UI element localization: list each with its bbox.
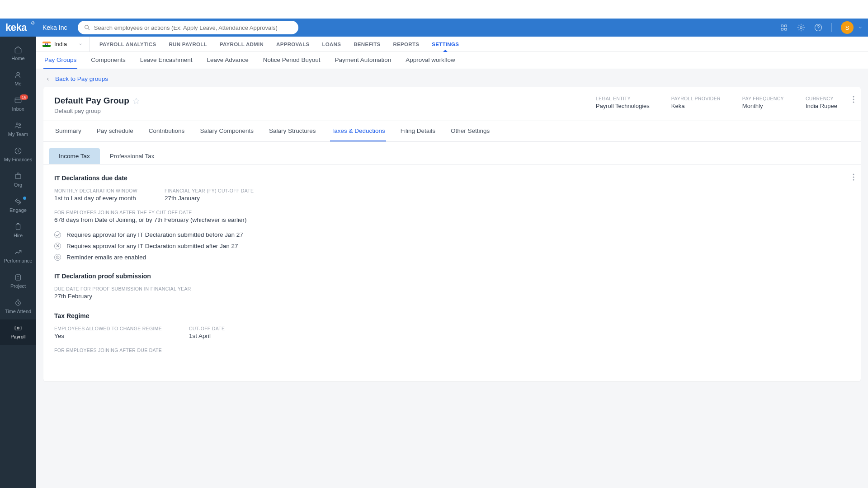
field-item: CUT-OFF DATE1st April [189,326,225,339]
svg-point-24 [853,174,854,175]
help-icon[interactable] [814,23,822,32]
svg-point-19 [17,327,19,329]
inner-tab-other-settings[interactable]: Other Settings [450,121,491,141]
regime-after-label: FOR EMPLOYEES JOINING AFTER DUE DATE [54,347,850,353]
chevron-left-icon[interactable] [45,76,51,82]
status-item: Reminder emails are enabled [54,254,850,261]
sidebar-item-payroll[interactable]: Payroll [0,319,36,345]
page-subtitle: Default pay group [54,108,140,114]
app-header: keka Keka Inc S [0,19,868,37]
inner-tab-salary-components[interactable]: Salary Components [199,121,255,141]
section-title-regime: Tax Regime [54,312,850,319]
svg-rect-3 [785,25,787,27]
svg-point-22 [853,99,854,100]
sidebar-item-inbox[interactable]: Inbox16 [0,92,36,117]
search-input[interactable] [94,24,292,31]
svg-rect-15 [16,224,20,230]
section-body: IT Declarations due date MONTHLY DECLARA… [43,164,861,381]
section-more-button[interactable] [853,174,854,183]
inner-tab-filing-details[interactable]: Filing Details [400,121,436,141]
svg-rect-2 [781,25,783,27]
svg-rect-13 [15,174,21,178]
joining-value: 678 days from Date of Joining, or by 7th… [54,216,850,223]
svg-point-23 [853,102,854,103]
svg-point-14 [17,200,19,203]
sidebar-item-time-attend[interactable]: Time Attend [0,294,36,319]
sub-tab-leave-encashment[interactable]: Leave Encashment [139,52,193,69]
top-tab-benefits[interactable]: BENEFITS [347,37,387,52]
inner-tab-salary-structures[interactable]: Salary Structures [268,121,317,141]
svg-point-10 [16,123,19,125]
svg-rect-5 [785,28,787,31]
sidebar-item-me[interactable]: Me [0,66,36,92]
status-item: Requires approval for any IT Declaration… [54,231,850,238]
chevron-down-icon [78,42,83,47]
inner-tab-pay-schedule[interactable]: Pay schedule [96,121,134,141]
clock-icon [54,254,61,261]
apps-icon[interactable] [780,23,788,32]
top-tab-settings[interactable]: SETTINGS [425,37,465,52]
sidebar-item-hire[interactable]: Hire [0,218,36,244]
inner-tab-taxes-deductions[interactable]: Taxes & Deductions [330,121,386,141]
inner-tabs: SummaryPay scheduleContributionsSalary C… [43,121,861,142]
inner-tab-contributions[interactable]: Contributions [148,121,186,141]
sub-tab-pay-groups[interactable]: Pay Groups [43,52,77,69]
chevron-down-icon[interactable] [858,25,863,30]
sub-nav: Pay GroupsComponentsLeave EncashmentLeav… [36,52,868,69]
inner-tab-summary[interactable]: Summary [54,121,82,141]
svg-point-6 [800,27,802,29]
star-icon[interactable] [133,98,140,104]
back-link[interactable]: Back to Pay groups [55,75,108,82]
sidebar-item-my-team[interactable]: My Team [0,117,36,142]
tax-tab-income-tax[interactable]: Income Tax [49,148,100,164]
sidebar-item-my-finances[interactable]: My Finances [0,142,36,168]
top-nav: India PAYROLL ANALYTICSRUN PAYROLLPAYROL… [36,37,868,52]
more-button[interactable] [853,96,854,105]
field-item: FINANCIAL YEAR (FY) CUT-OFF DATE27th Jan… [165,188,254,202]
sidebar-item-home[interactable]: Home [0,41,36,66]
field-item: EMPLOYEES ALLOWED TO CHANGE REGIMEYes [54,326,162,339]
flag-icon [42,42,51,47]
sub-tab-notice-period-buyout[interactable]: Notice Period Buyout [262,52,321,69]
svg-rect-18 [15,326,21,330]
top-tab-run-payroll[interactable]: RUN PAYROLL [162,37,213,52]
top-tab-payroll-admin[interactable]: PAYROLL ADMIN [213,37,270,52]
svg-point-26 [853,179,854,181]
sidebar-item-project[interactable]: Project [0,269,36,294]
sub-tab-approval-workflow[interactable]: Approval workflow [405,52,456,69]
top-tab-approvals[interactable]: APPROVALS [270,37,316,52]
sub-tab-components[interactable]: Components [90,52,127,69]
proof-label: DUE DATE FOR PROOF SUBMISSION IN FINANCI… [54,286,850,291]
svg-rect-16 [16,275,21,280]
sidebar-item-performance[interactable]: Performance [0,244,36,269]
sub-tab-leave-advance[interactable]: Leave Advance [206,52,249,69]
logo: keka [5,22,36,33]
top-tab-loans[interactable]: LOANS [316,37,348,52]
svg-point-8 [17,72,19,75]
sidebar-item-engage[interactable]: Engage [0,193,36,218]
section-title-proof: IT Declaration proof submission [54,272,850,280]
country-selector[interactable]: India [36,37,90,52]
svg-line-1 [88,28,90,30]
joining-label: FOR EMPLOYEES JOINING AFTER THE FY CUT-O… [54,210,850,215]
check-icon [54,231,61,238]
svg-marker-20 [133,98,139,103]
section-title-it-decl: IT Declarations due date [54,174,850,182]
sidebar-item-org[interactable]: Org [0,168,36,193]
meta-item: PAY FREQUENCYMonthly [742,96,784,109]
field-item: MONTHLY DECLARATION WINDOW1st to Last da… [54,188,137,202]
meta-item: PAYROLL PROVIDERKeka [671,96,721,109]
svg-point-11 [19,124,21,126]
breadcrumb: Back to Pay groups [36,69,868,87]
gear-icon[interactable] [797,23,805,32]
tax-tab-professional-tax[interactable]: Professional Tax [100,148,165,164]
page-title: Default Pay Group [54,96,140,106]
avatar[interactable]: S [841,21,854,34]
top-tab-payroll-analytics[interactable]: PAYROLL ANALYTICS [93,37,162,52]
search-box[interactable] [78,21,298,34]
sub-tab-payment-automation[interactable]: Payment Automation [334,52,392,69]
status-item: Requires approval for any IT Declaration… [54,243,850,249]
meta-item: LEGAL ENTITYPayroll Technologies [596,96,650,109]
search-icon [84,24,90,31]
top-tab-reports[interactable]: REPORTS [387,37,426,52]
